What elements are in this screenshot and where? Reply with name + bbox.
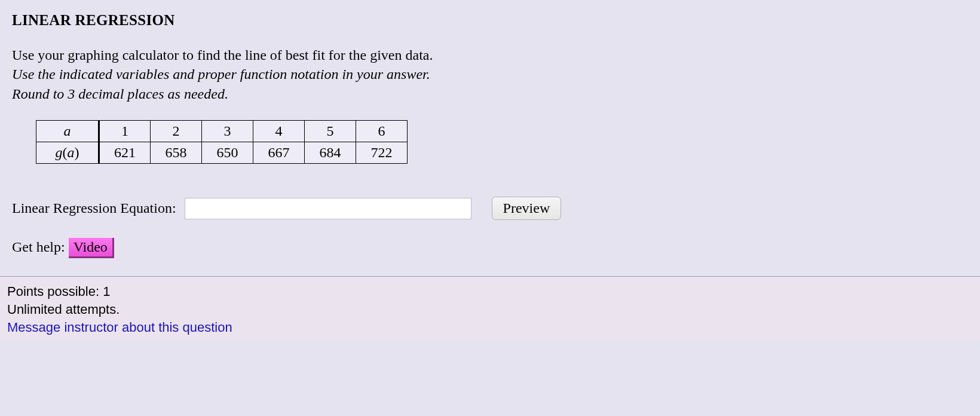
video-help-button[interactable]: Video [69, 238, 114, 258]
answer-row: Linear Regression Equation: Preview [12, 197, 968, 220]
table-cell: 667 [253, 142, 305, 164]
table-cell: 2 [151, 121, 202, 142]
preview-button[interactable]: Preview [492, 197, 562, 220]
table-cell: 621 [99, 142, 151, 164]
answer-label: Linear Regression Equation: [12, 200, 176, 216]
row-header-a: a [36, 121, 99, 142]
help-row: Get help: Video [12, 238, 968, 258]
instruction-line-3: Round to 3 decimal places as needed. [12, 84, 968, 103]
question-area: LINEAR REGRESSION Use your graphing calc… [0, 0, 980, 276]
question-title: LINEAR REGRESSION [12, 12, 968, 29]
data-table: a 1 2 3 4 5 6 g(a) 621 658 650 667 684 7… [36, 120, 408, 164]
table-cell: 658 [151, 142, 202, 164]
table-cell: 3 [202, 121, 253, 142]
table-cell: 6 [356, 121, 408, 142]
table-cell: 1 [99, 121, 151, 142]
table-cell: 722 [356, 142, 408, 164]
table-cell: 4 [253, 121, 305, 142]
instruction-line-1: Use your graphing calculator to find the… [12, 45, 968, 65]
question-footer: Points possible: 1 Unlimited attempts. M… [0, 276, 980, 339]
message-instructor-link[interactable]: Message instructor about this question [7, 320, 232, 335]
row-header-ga: g(a) [36, 142, 99, 164]
instructions-block: Use your graphing calculator to find the… [12, 45, 968, 103]
regression-equation-input[interactable] [185, 198, 471, 219]
points-possible: Points possible: 1 [7, 283, 973, 301]
table-cell: 684 [305, 142, 356, 164]
table-row: a 1 2 3 4 5 6 [36, 121, 408, 142]
help-prefix: Get help: [12, 239, 65, 255]
attempts-info: Unlimited attempts. [7, 301, 973, 319]
table-row: g(a) 621 658 650 667 684 722 [36, 142, 408, 164]
instruction-line-2: Use the indicated variables and proper f… [12, 65, 968, 84]
table-cell: 650 [202, 142, 253, 164]
table-cell: 5 [305, 121, 356, 142]
